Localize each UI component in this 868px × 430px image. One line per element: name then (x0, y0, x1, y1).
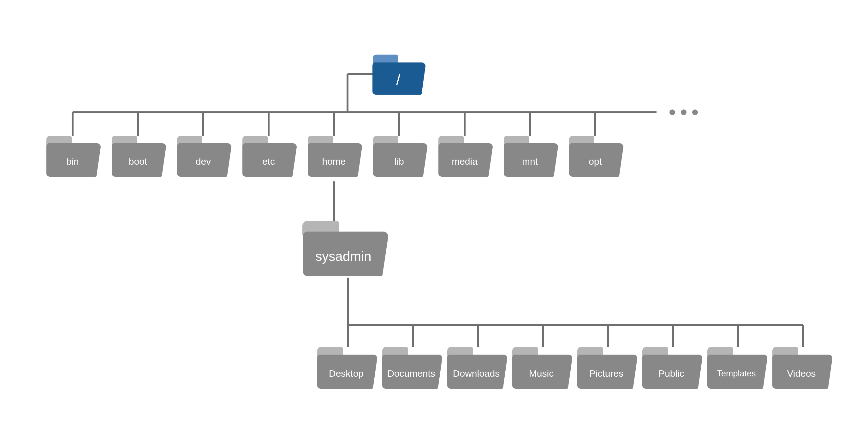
folder-label: opt (589, 156, 602, 167)
sysadmin-children-row: Desktop Documents Downloads Music (317, 347, 832, 389)
folder-mnt: mnt (504, 136, 558, 177)
ellipsis-icon (670, 109, 698, 115)
svg-point-25 (692, 109, 698, 115)
folder-icon (302, 221, 388, 276)
folder-label: Music (529, 368, 554, 378)
folder-home: home (308, 136, 362, 177)
folder-etc: etc (242, 136, 297, 177)
folder-icon (707, 347, 767, 389)
folder-label: lib (395, 156, 404, 167)
folder-pictures: Pictures (577, 347, 637, 389)
folder-label: Templates (717, 369, 756, 378)
folder-videos: Videos (772, 347, 832, 389)
folder-media: media (438, 136, 493, 177)
folder-downloads: Downloads (447, 347, 507, 389)
folder-documents: Documents (382, 347, 442, 389)
level1-row: bin boot dev etc (46, 136, 623, 177)
folder-dev: dev (177, 136, 231, 177)
folder-label: media (452, 156, 477, 167)
tree-connectors (72, 74, 803, 347)
folder-label: dev (196, 156, 211, 167)
folder-root: / (372, 55, 426, 95)
folder-desktop: Desktop (317, 347, 377, 389)
folder-label: etc (262, 156, 275, 167)
svg-point-23 (670, 109, 675, 115)
folder-label: sysadmin (315, 249, 371, 264)
folder-boot: boot (112, 136, 166, 177)
folder-label: Pictures (589, 368, 623, 378)
folder-label: Desktop (329, 368, 364, 378)
folder-label: boot (129, 156, 147, 167)
folder-public: Public (642, 347, 702, 389)
folder-sysadmin: sysadmin (302, 221, 388, 276)
folder-label: bin (66, 156, 79, 167)
folder-label: mnt (522, 156, 538, 167)
folder-lib: lib (373, 136, 427, 177)
folder-label: Downloads (453, 368, 500, 378)
folder-label: Public (658, 368, 684, 378)
folder-music: Music (512, 347, 572, 389)
folder-templates: Templates (707, 347, 767, 389)
folder-root-label: / (396, 71, 401, 88)
svg-point-24 (681, 109, 686, 115)
folder-opt: opt (569, 136, 623, 177)
folder-label: Videos (787, 368, 816, 378)
folder-bin: bin (46, 136, 101, 177)
folder-label: home (322, 156, 346, 167)
folder-label: Documents (387, 368, 435, 378)
